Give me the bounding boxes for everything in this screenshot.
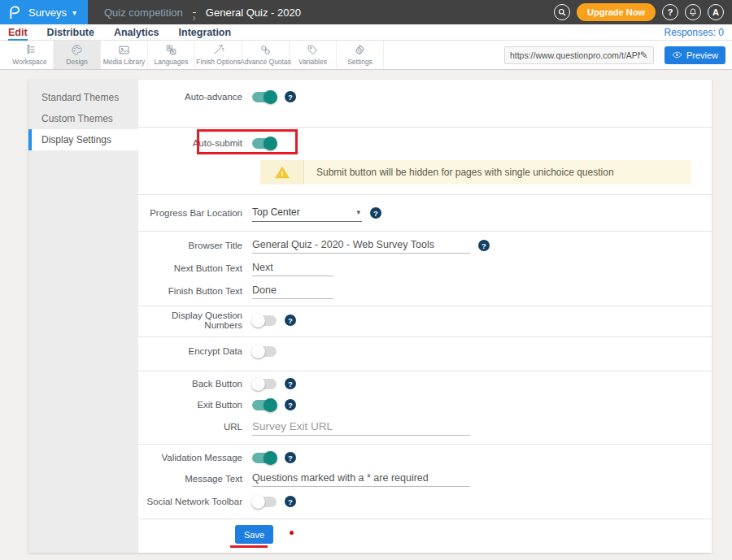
survey-url-box: ✎ bbox=[504, 46, 654, 64]
annotation-underline bbox=[230, 545, 268, 548]
warning-text: Submit button will be hidden for pages w… bbox=[304, 160, 614, 184]
progress-bar-help-icon[interactable]: ? bbox=[370, 207, 381, 219]
back-button-toggle[interactable] bbox=[252, 379, 277, 389]
separator bbox=[138, 444, 712, 445]
tab-edit[interactable]: Edit bbox=[8, 27, 28, 38]
display-settings-form: Auto-advance ? Auto-submit ! bbox=[138, 80, 712, 553]
content-area: Standard Themes Custom Themes Display Se… bbox=[0, 70, 732, 560]
save-button[interactable]: Save bbox=[235, 525, 273, 544]
sidebar-item-standard-themes[interactable]: Standard Themes bbox=[28, 87, 138, 108]
product-menu-label: Surveys bbox=[28, 7, 67, 19]
validation-message-help-icon[interactable]: ? bbox=[285, 452, 296, 463]
design-panel: Standard Themes Custom Themes Display Se… bbox=[28, 80, 712, 553]
variables-tag-icon bbox=[307, 44, 319, 56]
tab-distribute[interactable]: Distribute bbox=[47, 27, 94, 38]
tab-analytics[interactable]: Analytics bbox=[114, 27, 159, 38]
warning-triangle-icon: ! bbox=[274, 165, 290, 180]
design-palette-icon bbox=[71, 44, 83, 56]
eye-icon bbox=[672, 50, 682, 60]
finish-button-text-row: Finish Button Text bbox=[138, 280, 712, 302]
breadcrumb-separator: › bbox=[193, 12, 196, 13]
breadcrumb: Quiz competition › General Quiz - 2020 bbox=[104, 7, 301, 19]
display-question-numbers-help-icon[interactable]: ? bbox=[285, 315, 296, 326]
separator bbox=[138, 336, 712, 337]
message-text-input[interactable] bbox=[252, 471, 470, 487]
progress-bar-location-select[interactable]: Top Center ▾ bbox=[252, 205, 362, 222]
next-button-text-input[interactable] bbox=[252, 260, 333, 276]
breadcrumb-parent[interactable]: Quiz competition bbox=[104, 7, 183, 19]
survey-url-input[interactable] bbox=[510, 50, 640, 60]
toolbar-item-workspace[interactable]: Workspace bbox=[7, 41, 54, 69]
toolbar-item-languages[interactable]: Languages bbox=[148, 41, 195, 69]
auto-advance-row: Auto-advance ? bbox=[138, 86, 712, 107]
social-network-toolbar-help-icon[interactable]: ? bbox=[285, 496, 296, 507]
edit-toolbar: Workspace Design Media Library Languages… bbox=[0, 40, 732, 70]
exit-url-row: URL bbox=[138, 415, 712, 438]
toolbar-item-media-library[interactable]: Media Library bbox=[101, 41, 148, 69]
browser-title-help-icon[interactable]: ? bbox=[478, 240, 490, 251]
display-question-numbers-toggle[interactable] bbox=[252, 315, 277, 326]
separator bbox=[138, 306, 712, 306]
advance-quotas-chain-icon bbox=[259, 44, 272, 56]
validation-message-toggle[interactable] bbox=[252, 453, 277, 463]
settings-gear-icon bbox=[354, 44, 366, 56]
browser-title-input[interactable] bbox=[252, 237, 470, 254]
browser-title-row: Browser Title ? bbox=[138, 235, 712, 256]
exit-button-toggle[interactable] bbox=[252, 400, 277, 410]
surveys-menu[interactable]: Surveys ▾ bbox=[0, 0, 88, 24]
back-button-help-icon[interactable]: ? bbox=[285, 378, 296, 389]
encrypt-data-toggle[interactable] bbox=[252, 346, 277, 357]
social-network-toolbar-row: Social Network Toolbar ? bbox=[138, 491, 712, 512]
separator bbox=[138, 519, 712, 519]
display-question-numbers-row: Display Question Numbers ? bbox=[138, 310, 712, 331]
separator bbox=[138, 127, 712, 128]
preview-button[interactable]: Preview bbox=[664, 46, 725, 64]
notifications-bell-icon[interactable] bbox=[685, 4, 701, 20]
sidebar-item-display-settings[interactable]: Display Settings bbox=[28, 129, 138, 150]
sidebar-item-custom-themes[interactable]: Custom Themes bbox=[28, 108, 138, 129]
validation-message-row: Validation Message ? bbox=[138, 447, 712, 468]
toolbar-item-settings[interactable]: Settings bbox=[337, 41, 384, 69]
exit-button-help-icon[interactable]: ? bbox=[285, 399, 296, 410]
responses-count[interactable]: Responses: 0 bbox=[664, 27, 724, 38]
search-icon[interactable] bbox=[554, 4, 570, 20]
toolbar-item-finish-options[interactable]: Finish Options bbox=[195, 41, 242, 69]
chevron-down-icon: ▾ bbox=[356, 208, 360, 216]
separator bbox=[138, 194, 712, 195]
auto-submit-row: Auto-submit bbox=[138, 132, 712, 154]
chevron-down-icon: ▾ bbox=[72, 8, 76, 17]
message-text-row: Message Text bbox=[138, 468, 712, 489]
finish-button-text-input[interactable] bbox=[252, 283, 333, 299]
auto-submit-warning: ! Submit button will be hidden for pages… bbox=[260, 160, 691, 184]
breadcrumb-current: General Quiz - 2020 bbox=[206, 7, 301, 19]
social-network-toolbar-toggle[interactable] bbox=[252, 497, 277, 507]
encrypt-data-row: Encrypt Data bbox=[138, 341, 712, 362]
design-sidebar: Standard Themes Custom Themes Display Se… bbox=[28, 80, 138, 553]
avatar[interactable]: A bbox=[708, 4, 724, 20]
save-row: Save bbox=[138, 525, 712, 545]
next-button-text-row: Next Button Text bbox=[138, 258, 712, 279]
back-button-row: Back Button ? bbox=[138, 373, 712, 394]
auto-advance-toggle[interactable] bbox=[252, 92, 277, 102]
finish-options-wand-icon bbox=[212, 44, 224, 56]
auto-advance-help-icon[interactable]: ? bbox=[285, 91, 296, 102]
questionpro-logo-icon bbox=[8, 5, 21, 20]
languages-translate-icon bbox=[165, 44, 177, 56]
help-circle-icon[interactable]: ? bbox=[662, 4, 678, 20]
toolbar-item-variables[interactable]: Variables bbox=[290, 41, 337, 69]
toolbar-item-advance-quotas[interactable]: Advance Quotas bbox=[242, 41, 290, 69]
toolbar-item-design[interactable]: Design bbox=[54, 41, 101, 69]
edit-url-pencil-icon[interactable]: ✎ bbox=[640, 50, 648, 61]
progress-bar-location-row: Progress Bar Location Top Center ▾ ? bbox=[138, 202, 712, 224]
tab-integration[interactable]: Integration bbox=[179, 27, 232, 38]
module-nav: Edit Distribute Analytics Integration Re… bbox=[0, 24, 732, 40]
separator bbox=[138, 371, 712, 371]
separator bbox=[138, 231, 712, 232]
media-library-icon bbox=[118, 44, 130, 56]
auto-submit-toggle[interactable] bbox=[252, 138, 277, 149]
exit-url-input[interactable] bbox=[252, 419, 470, 436]
exit-button-row: Exit Button ? bbox=[138, 394, 712, 415]
upgrade-now-button[interactable]: Upgrade Now bbox=[577, 3, 656, 21]
toolbar-right: ✎ Preview bbox=[504, 41, 732, 69]
workspace-icon bbox=[24, 44, 36, 56]
